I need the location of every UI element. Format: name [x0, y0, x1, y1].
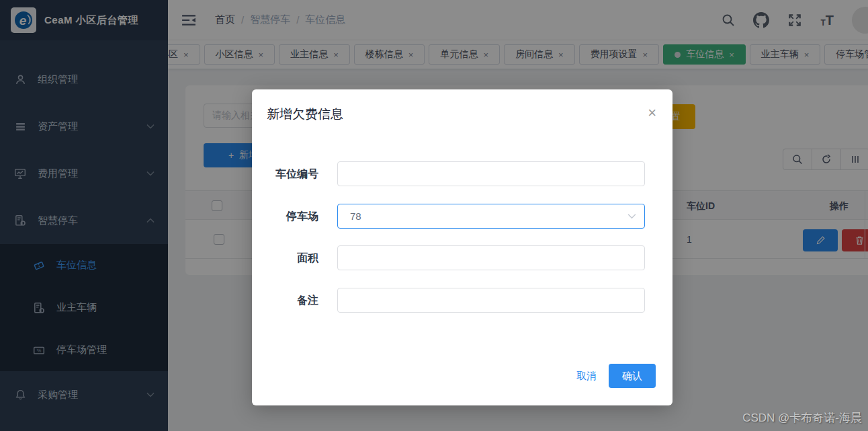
parking-lot-selected-value: 78: [350, 204, 361, 228]
watermark: CSDN @卡布奇诺-海晨: [742, 410, 862, 426]
add-arrears-modal: 新增欠费信息 × 车位编号 停车场 78 面积 备注 取消 确认: [252, 89, 672, 405]
close-icon[interactable]: ×: [648, 106, 656, 120]
parking-no-input[interactable]: [337, 161, 645, 186]
parking-no-label: 车位编号: [252, 161, 318, 186]
form-row-area: 面积: [252, 245, 672, 270]
app-root: e CeaM 小区后台管理 组织管理 资产管理: [0, 0, 868, 431]
parking-lot-select[interactable]: 78: [337, 204, 645, 229]
cancel-button[interactable]: 取消: [576, 370, 597, 383]
form-row-parking-lot: 停车场 78: [252, 204, 672, 229]
form-row-parking-no: 车位编号: [252, 161, 672, 186]
chevron-down-icon: [627, 213, 636, 219]
form-row-remark: 备注: [252, 288, 672, 313]
parking-lot-label: 停车场: [252, 204, 318, 229]
remark-label: 备注: [252, 288, 318, 313]
area-input[interactable]: [337, 245, 645, 270]
confirm-button[interactable]: 确认: [609, 364, 656, 388]
modal-title: 新增欠费信息: [267, 106, 343, 123]
remark-input[interactable]: [337, 288, 645, 313]
area-label: 面积: [252, 245, 318, 270]
